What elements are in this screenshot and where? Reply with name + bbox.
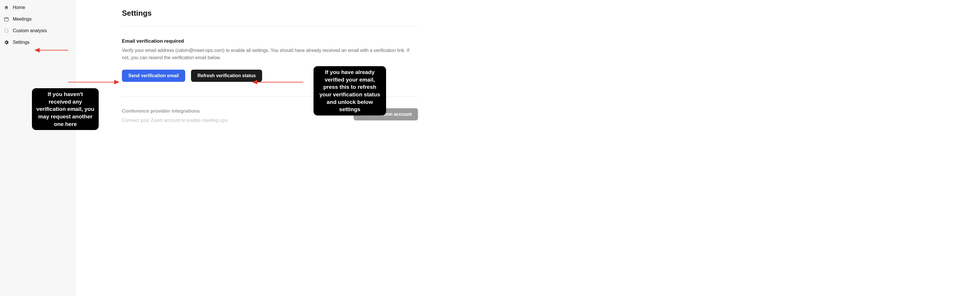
- divider: [122, 26, 418, 27]
- svg-rect-0: [4, 18, 8, 21]
- sidebar-item-custom-analysis[interactable]: Custom analysis: [0, 25, 75, 37]
- home-icon: [3, 5, 9, 10]
- annotation-arrow-to-refresh: [253, 78, 305, 86]
- sidebar-item-label: Settings: [13, 40, 30, 45]
- annotation-arrow-to-send: [67, 78, 119, 86]
- page-title: Settings: [122, 9, 470, 18]
- annotation-callout-send: If you haven't received any verification…: [32, 88, 99, 130]
- sidebar-item-home[interactable]: Home: [0, 2, 75, 13]
- sidebar-item-label: Home: [13, 5, 25, 10]
- send-verification-email-button[interactable]: Send verification email: [122, 70, 185, 82]
- integration-heading: Conference provider integrations: [122, 108, 229, 114]
- annotation-arrow-to-settings: [35, 46, 70, 54]
- verification-heading: Email verification required: [122, 38, 470, 44]
- verification-body: Verify your email address (calvin@meet-o…: [122, 47, 418, 62]
- sidebar-item-label: Custom analysis: [13, 28, 47, 33]
- svg-marker-5: [115, 80, 119, 84]
- main-content: Settings Email verification required Ver…: [75, 0, 980, 296]
- calendar-icon: [3, 16, 9, 22]
- dashed-circle-icon: [3, 28, 9, 33]
- gear-icon: [3, 40, 9, 45]
- sidebar-item-meetings[interactable]: Meetings: [0, 13, 75, 25]
- integration-body: Connect your Zoom account to enable meet…: [122, 117, 229, 124]
- refresh-verification-status-button[interactable]: Refresh verification status: [191, 70, 262, 82]
- annotation-callout-refresh: If you have already verified your email,…: [313, 66, 386, 116]
- sidebar-item-label: Meetings: [13, 16, 32, 22]
- svg-marker-3: [35, 48, 40, 52]
- sidebar: Home Meetings Custom analysis Settings: [0, 0, 75, 296]
- svg-point-1: [5, 29, 8, 32]
- svg-marker-7: [253, 80, 257, 84]
